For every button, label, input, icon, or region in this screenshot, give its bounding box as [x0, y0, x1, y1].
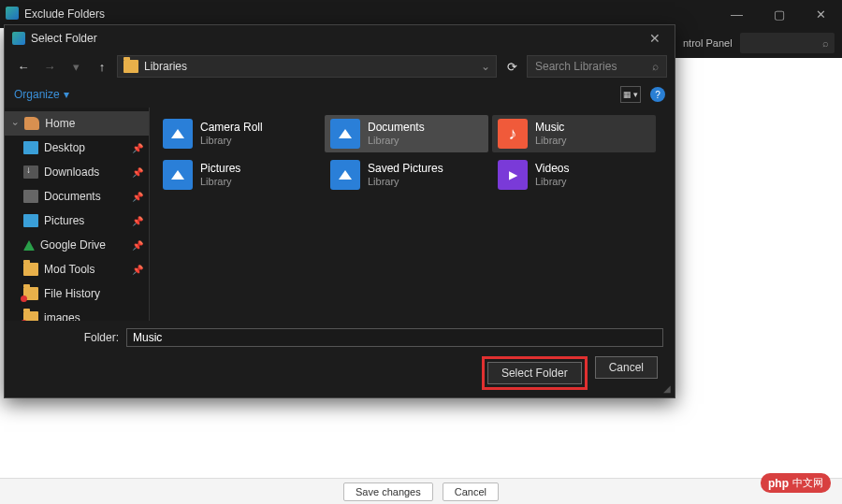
library-item-pictures[interactable]: PicturesLibrary	[157, 156, 321, 194]
library-name: Pictures	[200, 162, 240, 175]
view-options-button[interactable]: ▦ ▾	[620, 86, 641, 103]
watermark-badge: php中文网	[761, 473, 831, 493]
control-panel-label: ntrol Panel	[683, 37, 733, 49]
folder-field-label: Folder:	[16, 331, 119, 344]
pin-icon: 📌	[132, 192, 143, 202]
sidebar-item-label: Desktop	[44, 141, 85, 154]
toolbar: Organize ▾ ▦ ▾ ?	[5, 81, 675, 108]
sidebar-item-label: Google Drive	[40, 238, 106, 252]
blue-library-icon	[330, 160, 360, 190]
folder-icon	[23, 287, 38, 300]
library-item-documents[interactable]: DocumentsLibrary	[325, 115, 488, 152]
blue-library-icon	[163, 119, 193, 149]
sidebar-item-label: images	[44, 311, 80, 321]
refresh-button[interactable]: ⟳	[501, 60, 523, 74]
minimize-button[interactable]: —	[716, 0, 758, 28]
sidebar-item-downloads[interactable]: Downloads📌	[5, 160, 149, 184]
sidebar-item-label: Downloads	[44, 166, 99, 179]
sidebar-item-file-history[interactable]: File History	[5, 281, 149, 306]
breadcrumb-label: Libraries	[144, 60, 187, 73]
up-button[interactable]: ↑	[91, 55, 113, 78]
pin-icon: 📌	[132, 240, 143, 251]
library-type: Library	[200, 176, 240, 188]
content-pane: Camera RollLibraryDocumentsLibraryMusicL…	[150, 108, 675, 321]
pin-icon: 📌	[132, 167, 143, 178]
dialog-footer: Folder: Select Folder Cancel	[5, 321, 675, 397]
sidebar-item-label: Documents	[44, 190, 101, 203]
sidebar-item-label: Pictures	[44, 214, 84, 227]
sidebar-item-documents[interactable]: Documents📌	[5, 184, 149, 209]
resize-grip-icon[interactable]: ◢	[663, 383, 671, 394]
breadcrumb[interactable]: Libraries ⌄	[117, 55, 497, 78]
highlight-annotation: Select Folder	[482, 356, 588, 390]
sidebar-item-label: Home	[45, 117, 75, 130]
sidebar-item-label: File History	[44, 287, 100, 300]
library-item-saved-pictures[interactable]: Saved PicturesLibrary	[325, 156, 488, 194]
library-item-videos[interactable]: VideosLibrary	[492, 156, 656, 194]
folder-icon	[23, 263, 38, 276]
video-library-icon	[498, 160, 528, 190]
downloads-icon	[23, 166, 38, 179]
sidebar-item-google-drive[interactable]: Google Drive📌	[5, 233, 149, 257]
sidebar-item-pictures[interactable]: Pictures📌	[5, 209, 149, 233]
library-item-music[interactable]: MusicLibrary	[492, 115, 656, 152]
select-folder-button[interactable]: Select Folder	[487, 362, 582, 384]
outer-window-title: Exclude Folders	[0, 7, 105, 21]
dialog-titlebar[interactable]: Select Folder ✕	[5, 25, 675, 51]
library-name: Saved Pictures	[368, 162, 443, 175]
close-button[interactable]: ✕	[800, 0, 842, 28]
library-name: Camera Roll	[200, 121, 263, 134]
pin-icon: 📌	[132, 265, 143, 275]
recent-locations-button[interactable]: ▾	[65, 55, 87, 78]
back-button[interactable]: ←	[12, 55, 35, 78]
blue-library-icon	[163, 160, 193, 190]
pics-icon	[23, 214, 38, 227]
organize-button[interactable]: Organize ▾	[14, 88, 69, 101]
library-type: Library	[368, 135, 425, 147]
sidebar-item-desktop[interactable]: Desktop📌	[5, 136, 149, 160]
outer-search-input[interactable]: ⌕	[740, 33, 835, 53]
select-folder-dialog: Select Folder ✕ ← → ▾ ↑ Libraries ⌄ ⟳ Se…	[4, 24, 675, 398]
navigation-sidebar: HomeDesktop📌Downloads📌Documents📌Pictures…	[5, 108, 150, 321]
pin-icon: 📌	[132, 216, 143, 226]
chevron-down-icon: ▾	[64, 88, 69, 101]
library-name: Music	[535, 121, 567, 134]
docs-icon	[23, 190, 38, 203]
search-icon: ⌕	[652, 60, 659, 73]
nav-row: ← → ▾ ↑ Libraries ⌄ ⟳ Search Libraries ⌕	[5, 51, 675, 81]
search-placeholder: Search Libraries	[535, 60, 617, 73]
forward-button[interactable]: →	[38, 55, 61, 78]
gdrive-icon	[23, 240, 35, 251]
search-input[interactable]: Search Libraries ⌕	[527, 55, 667, 78]
dialog-close-button[interactable]: ✕	[641, 31, 669, 46]
library-type: Library	[535, 135, 567, 147]
sidebar-item-home[interactable]: Home	[5, 111, 149, 136]
library-name: Videos	[535, 162, 569, 175]
maximize-button[interactable]: ▢	[758, 0, 800, 28]
music-library-icon	[498, 119, 528, 149]
sidebar-item-label: Mod Tools	[44, 263, 94, 276]
folder-name-input[interactable]	[126, 328, 663, 347]
pin-icon: 📌	[132, 143, 143, 153]
help-button[interactable]: ?	[650, 87, 665, 102]
library-name: Documents	[368, 121, 425, 134]
folder-icon	[23, 311, 38, 321]
page-bottom-bar: Save changes Cancel	[0, 478, 842, 504]
desktop-icon	[23, 141, 38, 154]
library-type: Library	[535, 176, 569, 188]
chevron-down-icon[interactable]: ⌄	[481, 60, 490, 73]
library-type: Library	[368, 176, 443, 188]
library-type: Library	[200, 135, 263, 147]
home-icon	[24, 117, 39, 130]
sidebar-item-mod-tools[interactable]: Mod Tools📌	[5, 257, 149, 281]
outer-toolbar: ntrol Panel ⌕	[675, 28, 842, 58]
page-cancel-button[interactable]: Cancel	[443, 482, 499, 501]
folder-icon	[123, 60, 138, 73]
save-changes-button[interactable]: Save changes	[343, 482, 433, 501]
library-item-camera-roll[interactable]: Camera RollLibrary	[157, 115, 321, 152]
blue-library-icon	[330, 119, 360, 149]
sidebar-item-images[interactable]: images	[5, 306, 149, 321]
cancel-button[interactable]: Cancel	[595, 356, 658, 379]
dialog-title: Select Folder	[10, 32, 97, 45]
